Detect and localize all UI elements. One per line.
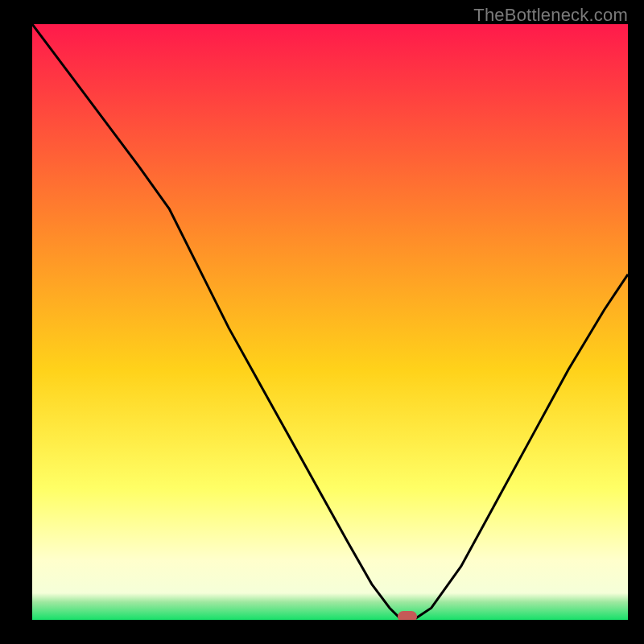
gradient-background [32,24,628,620]
plot-area [32,24,628,620]
chart-svg [32,24,628,620]
attribution-text: TheBottleneck.com [473,5,628,26]
optimal-point-marker [398,611,417,620]
chart-frame: TheBottleneck.com [0,0,644,644]
